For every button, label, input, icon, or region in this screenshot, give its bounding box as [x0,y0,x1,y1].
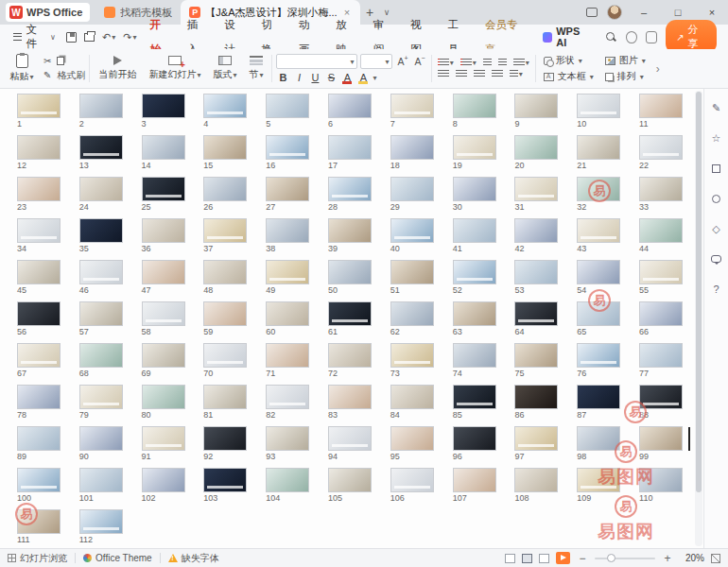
paste-button[interactable]: 粘贴▾ [4,54,40,83]
slide-thumbnail[interactable] [390,177,434,201]
slide-thumbnail[interactable] [514,426,558,451]
decrease-font-button[interactable]: A− [413,56,427,67]
slide-thumbnail[interactable] [266,94,309,118]
font-color-button[interactable]: A [340,72,354,83]
slide-thumbnail[interactable] [203,468,247,492]
zoom-slider[interactable] [595,558,655,559]
slide-thumbnail[interactable] [142,135,185,160]
slide-thumbnail[interactable] [639,343,683,368]
align-right-button[interactable] [472,70,487,78]
slide-thumbnail[interactable] [203,94,247,118]
caret-icon[interactable]: ▾ [373,74,376,82]
align-left-button[interactable] [436,70,451,78]
slide-thumbnail[interactable] [639,385,683,409]
slide-thumbnail[interactable] [79,468,123,492]
slide-thumbnail[interactable] [390,343,434,368]
slide-thumbnail[interactable] [79,509,123,534]
redo-button[interactable]: ↷▾ [120,31,139,43]
slide-thumbnail[interactable] [266,260,309,284]
slide-thumbnail[interactable] [514,177,558,201]
slide-thumbnail[interactable] [328,177,372,201]
sidebar-color-icon[interactable] [709,191,724,206]
slide-thumbnail[interactable] [328,385,372,409]
slide-thumbnail[interactable] [328,260,372,284]
slide-thumbnail[interactable] [266,343,309,368]
zoom-slider-knob[interactable] [607,554,615,562]
section-button[interactable]: 节▾ [244,51,268,86]
sidebar-edit-icon[interactable]: ✎ [709,100,724,115]
slide-thumbnail[interactable] [514,218,558,243]
strikethrough-button[interactable]: S [324,72,338,83]
slide-thumbnail[interactable] [142,177,185,201]
slide-thumbnail[interactable] [79,260,123,284]
slide-thumbnail[interactable] [453,385,496,409]
undo-button[interactable]: ↶▾ [99,31,118,43]
increase-font-button[interactable]: A+ [395,56,409,67]
save-button[interactable] [63,32,79,43]
copy-button[interactable] [57,57,64,65]
slide-thumbnail[interactable] [514,468,558,492]
slide-thumbnail[interactable] [577,385,620,409]
slide-thumbnail[interactable] [577,135,620,160]
fit-to-window-icon[interactable] [711,554,720,563]
slide-thumbnail[interactable] [17,218,61,243]
slide-thumbnail[interactable] [390,468,434,492]
slide-thumbnail[interactable] [79,177,123,201]
slide-thumbnail[interactable] [639,218,683,243]
reading-view-button[interactable] [539,554,549,563]
new-slide-button[interactable]: 新建幻灯片▾ [144,51,205,86]
slide-thumbnail[interactable] [142,260,185,284]
slide-thumbnail[interactable] [514,385,558,409]
slide-thumbnail[interactable] [328,426,372,451]
slide-thumbnail[interactable] [142,468,185,492]
slide-thumbnail[interactable] [328,218,372,243]
slide-thumbnail[interactable] [266,218,309,243]
slide-thumbnail[interactable] [17,177,61,201]
slide-thumbnail[interactable] [17,426,61,451]
vertical-scrollbar[interactable] [695,91,702,546]
slide-thumbnail[interactable] [514,260,558,284]
bold-button[interactable]: B [276,72,289,83]
slide-thumbnail[interactable] [79,426,123,451]
slide-thumbnail[interactable] [577,468,620,492]
arrange-button[interactable]: 排列 ▾ [605,69,646,85]
slide-thumbnail[interactable] [203,218,247,243]
slide-thumbnail[interactable] [266,177,309,201]
search-icon[interactable] [605,31,616,43]
zoom-in-button[interactable]: + [662,552,673,565]
slide-thumbnail[interactable] [79,385,123,409]
slide-thumbnail[interactable] [453,177,496,201]
insert-textbox-button[interactable]: 文本框 ▾ [544,69,594,85]
appearance-icon[interactable] [586,8,598,17]
slide-thumbnail[interactable] [390,94,434,118]
slide-thumbnail[interactable] [17,135,61,160]
slide-thumbnail[interactable] [79,135,123,160]
missing-fonts-warning[interactable]: 缺失字体 [168,552,219,565]
theme-indicator[interactable]: Office Theme [83,553,152,563]
slide-thumbnail[interactable] [203,135,247,160]
undo-caret-icon[interactable]: ▾ [112,33,115,42]
insert-shape-button[interactable]: 形状 ▾ [544,53,594,69]
slide-thumbnail[interactable] [266,135,309,160]
slide-thumbnail[interactable] [203,260,247,284]
slide-thumbnail[interactable] [266,385,309,409]
slide-thumbnail[interactable] [453,218,496,243]
slide-thumbnail[interactable] [453,260,496,284]
slide-thumbnail[interactable] [266,468,309,492]
slide-thumbnail[interactable] [390,135,434,160]
user-avatar[interactable] [607,5,622,20]
file-menu-button[interactable]: 文件 ∨ [8,23,61,51]
redo-caret-icon[interactable]: ▾ [132,33,136,42]
slide-thumbnail[interactable] [453,426,496,451]
slide-thumbnail[interactable] [453,468,496,492]
slide-thumbnail[interactable] [203,177,247,201]
slide-thumbnail[interactable] [577,218,620,243]
slide-thumbnail[interactable] [577,260,620,284]
slide-thumbnail[interactable] [79,343,123,368]
slide-thumbnail[interactable] [142,94,185,118]
columns-button[interactable]: ▾ [508,70,525,78]
slide-thumbnail[interactable] [203,426,247,451]
slide-thumbnail[interactable] [514,343,558,368]
sidebar-comment-icon[interactable] [709,251,724,266]
slide-thumbnail[interactable] [17,260,61,284]
